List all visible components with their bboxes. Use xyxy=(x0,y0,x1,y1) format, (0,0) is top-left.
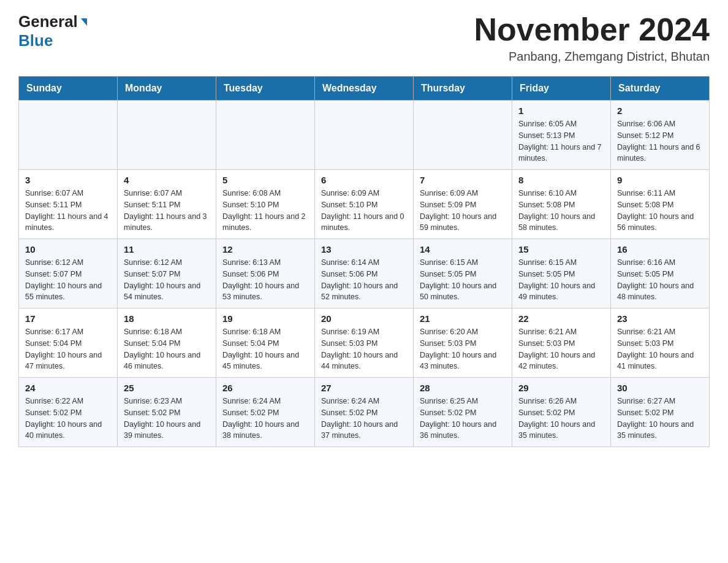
day-info: Sunrise: 6:27 AMSunset: 5:02 PMDaylight:… xyxy=(617,396,703,442)
day-number: 1 xyxy=(518,105,604,116)
logo-triangle-icon xyxy=(78,17,89,28)
calendar-week-1: 1Sunrise: 6:05 AMSunset: 5:13 PMDaylight… xyxy=(19,101,710,170)
day-number: 8 xyxy=(518,175,604,185)
day-info: Sunrise: 6:17 AMSunset: 5:04 PMDaylight:… xyxy=(25,326,111,372)
day-info: Sunrise: 6:20 AMSunset: 5:03 PMDaylight:… xyxy=(420,326,506,372)
day-number: 5 xyxy=(222,175,308,185)
logo-general-text: General xyxy=(18,12,78,31)
calendar-cell: 1Sunrise: 6:05 AMSunset: 5:13 PMDaylight… xyxy=(512,101,611,170)
calendar-cell xyxy=(414,101,512,170)
day-number: 13 xyxy=(321,244,407,255)
day-number: 30 xyxy=(617,383,703,393)
calendar-cell: 19Sunrise: 6:18 AMSunset: 5:04 PMDayligh… xyxy=(216,308,315,378)
day-info: Sunrise: 6:21 AMSunset: 5:03 PMDaylight:… xyxy=(617,326,703,372)
day-number: 7 xyxy=(420,175,506,185)
day-info: Sunrise: 6:10 AMSunset: 5:08 PMDaylight:… xyxy=(518,188,604,234)
day-number: 4 xyxy=(124,175,210,185)
calendar-cell: 26Sunrise: 6:24 AMSunset: 5:02 PMDayligh… xyxy=(216,378,315,447)
day-number: 6 xyxy=(321,175,407,185)
calendar-cell: 23Sunrise: 6:21 AMSunset: 5:03 PMDayligh… xyxy=(611,308,710,378)
calendar-cell: 13Sunrise: 6:14 AMSunset: 5:06 PMDayligh… xyxy=(315,239,414,308)
calendar-cell: 20Sunrise: 6:19 AMSunset: 5:03 PMDayligh… xyxy=(315,308,414,378)
calendar-cell: 3Sunrise: 6:07 AMSunset: 5:11 PMDaylight… xyxy=(19,170,118,239)
day-number: 21 xyxy=(420,313,506,324)
day-info: Sunrise: 6:06 AMSunset: 5:12 PMDaylight:… xyxy=(617,118,703,164)
day-info: Sunrise: 6:12 AMSunset: 5:07 PMDaylight:… xyxy=(124,257,210,303)
day-number: 20 xyxy=(321,313,407,324)
day-number: 11 xyxy=(124,244,210,255)
day-info: Sunrise: 6:08 AMSunset: 5:10 PMDaylight:… xyxy=(222,188,308,234)
calendar-cell: 10Sunrise: 6:12 AMSunset: 5:07 PMDayligh… xyxy=(19,239,118,308)
day-number: 17 xyxy=(25,313,111,324)
calendar-cell: 9Sunrise: 6:11 AMSunset: 5:08 PMDaylight… xyxy=(611,170,710,239)
calendar-cell: 30Sunrise: 6:27 AMSunset: 5:02 PMDayligh… xyxy=(611,378,710,447)
calendar-cell xyxy=(19,101,118,170)
day-info: Sunrise: 6:16 AMSunset: 5:05 PMDaylight:… xyxy=(617,257,703,303)
calendar-cell: 22Sunrise: 6:21 AMSunset: 5:03 PMDayligh… xyxy=(512,308,611,378)
day-info: Sunrise: 6:13 AMSunset: 5:06 PMDaylight:… xyxy=(222,257,308,303)
svg-marker-0 xyxy=(81,18,87,26)
day-info: Sunrise: 6:09 AMSunset: 5:09 PMDaylight:… xyxy=(420,188,506,234)
day-info: Sunrise: 6:11 AMSunset: 5:08 PMDaylight:… xyxy=(617,188,703,234)
calendar-cell: 4Sunrise: 6:07 AMSunset: 5:11 PMDaylight… xyxy=(118,170,216,239)
calendar-cell: 21Sunrise: 6:20 AMSunset: 5:03 PMDayligh… xyxy=(414,308,512,378)
day-info: Sunrise: 6:22 AMSunset: 5:02 PMDaylight:… xyxy=(25,396,111,442)
day-number: 18 xyxy=(124,313,210,324)
day-info: Sunrise: 6:05 AMSunset: 5:13 PMDaylight:… xyxy=(518,118,604,164)
calendar-cell: 5Sunrise: 6:08 AMSunset: 5:10 PMDaylight… xyxy=(216,170,315,239)
location-title: Panbang, Zhemgang District, Bhutan xyxy=(474,50,710,64)
day-info: Sunrise: 6:12 AMSunset: 5:07 PMDaylight:… xyxy=(25,257,111,303)
calendar-cell: 12Sunrise: 6:13 AMSunset: 5:06 PMDayligh… xyxy=(216,239,315,308)
title-area: November 2024 Panbang, Zhemgang District… xyxy=(474,12,710,64)
calendar-cell: 18Sunrise: 6:18 AMSunset: 5:04 PMDayligh… xyxy=(118,308,216,378)
day-info: Sunrise: 6:15 AMSunset: 5:05 PMDaylight:… xyxy=(518,257,604,303)
day-number: 27 xyxy=(321,383,407,393)
month-title: November 2024 xyxy=(474,12,710,47)
calendar-week-2: 3Sunrise: 6:07 AMSunset: 5:11 PMDaylight… xyxy=(19,170,710,239)
calendar-cell: 15Sunrise: 6:15 AMSunset: 5:05 PMDayligh… xyxy=(512,239,611,308)
calendar-cell: 8Sunrise: 6:10 AMSunset: 5:08 PMDaylight… xyxy=(512,170,611,239)
calendar-cell: 16Sunrise: 6:16 AMSunset: 5:05 PMDayligh… xyxy=(611,239,710,308)
calendar-cell: 11Sunrise: 6:12 AMSunset: 5:07 PMDayligh… xyxy=(118,239,216,308)
col-header-tuesday: Tuesday xyxy=(216,77,315,101)
day-info: Sunrise: 6:09 AMSunset: 5:10 PMDaylight:… xyxy=(321,188,407,234)
day-number: 24 xyxy=(25,383,111,393)
calendar-cell: 2Sunrise: 6:06 AMSunset: 5:12 PMDaylight… xyxy=(611,101,710,170)
calendar-cell: 29Sunrise: 6:26 AMSunset: 5:02 PMDayligh… xyxy=(512,378,611,447)
day-info: Sunrise: 6:18 AMSunset: 5:04 PMDaylight:… xyxy=(222,326,308,372)
day-number: 29 xyxy=(518,383,604,393)
calendar-cell: 28Sunrise: 6:25 AMSunset: 5:02 PMDayligh… xyxy=(414,378,512,447)
day-info: Sunrise: 6:24 AMSunset: 5:02 PMDaylight:… xyxy=(321,396,407,442)
col-header-monday: Monday xyxy=(118,77,216,101)
calendar-week-3: 10Sunrise: 6:12 AMSunset: 5:07 PMDayligh… xyxy=(19,239,710,308)
day-info: Sunrise: 6:24 AMSunset: 5:02 PMDaylight:… xyxy=(222,396,308,442)
day-number: 10 xyxy=(25,244,111,255)
day-info: Sunrise: 6:25 AMSunset: 5:02 PMDaylight:… xyxy=(420,396,506,442)
calendar-cell: 25Sunrise: 6:23 AMSunset: 5:02 PMDayligh… xyxy=(118,378,216,447)
day-info: Sunrise: 6:23 AMSunset: 5:02 PMDaylight:… xyxy=(124,396,210,442)
calendar-cell: 17Sunrise: 6:17 AMSunset: 5:04 PMDayligh… xyxy=(19,308,118,378)
calendar-cell xyxy=(315,101,414,170)
day-number: 23 xyxy=(617,313,703,324)
day-info: Sunrise: 6:14 AMSunset: 5:06 PMDaylight:… xyxy=(321,257,407,303)
day-info: Sunrise: 6:26 AMSunset: 5:02 PMDaylight:… xyxy=(518,396,604,442)
calendar-cell: 24Sunrise: 6:22 AMSunset: 5:02 PMDayligh… xyxy=(19,378,118,447)
col-header-sunday: Sunday xyxy=(19,77,118,101)
day-info: Sunrise: 6:07 AMSunset: 5:11 PMDaylight:… xyxy=(124,188,210,234)
logo-blue-text: Blue xyxy=(18,31,53,50)
calendar-table: SundayMondayTuesdayWednesdayThursdayFrid… xyxy=(18,76,710,447)
calendar-cell xyxy=(118,101,216,170)
day-number: 25 xyxy=(124,383,210,393)
day-number: 2 xyxy=(617,105,703,116)
day-info: Sunrise: 6:07 AMSunset: 5:11 PMDaylight:… xyxy=(25,188,111,234)
day-number: 12 xyxy=(222,244,308,255)
col-header-saturday: Saturday xyxy=(611,77,710,101)
day-info: Sunrise: 6:18 AMSunset: 5:04 PMDaylight:… xyxy=(124,326,210,372)
col-header-thursday: Thursday xyxy=(414,77,512,101)
col-header-wednesday: Wednesday xyxy=(315,77,414,101)
day-number: 28 xyxy=(420,383,506,393)
calendar-header-row: SundayMondayTuesdayWednesdayThursdayFrid… xyxy=(19,77,710,101)
calendar-week-5: 24Sunrise: 6:22 AMSunset: 5:02 PMDayligh… xyxy=(19,378,710,447)
logo: General Blue xyxy=(18,12,89,50)
col-header-friday: Friday xyxy=(512,77,611,101)
